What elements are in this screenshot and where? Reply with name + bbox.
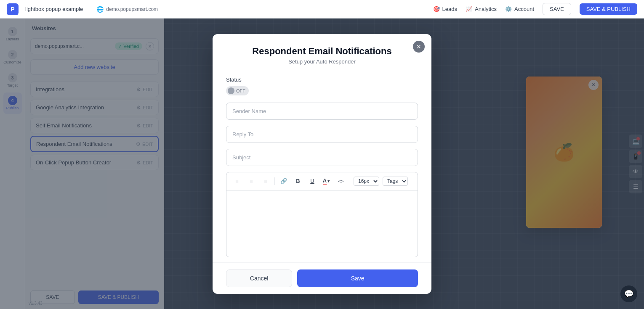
text-color-button[interactable]: A ▼ [321, 176, 332, 187]
save-button[interactable]: SAVE [543, 3, 571, 15]
chat-widget-button[interactable]: 💬 [620, 285, 637, 302]
subject-field [226, 149, 418, 166]
respondent-email-modal: ✕ Respondent Email Notifications Setup y… [213, 34, 431, 294]
link-button[interactable]: 🔗 [278, 176, 289, 187]
color-chevron-icon: ▼ [327, 179, 330, 183]
toolbar-divider-1 [274, 177, 275, 185]
page-url: 🌐 demo.popupsmart.com [96, 6, 158, 13]
text-color-icon: A [323, 177, 327, 185]
sender-name-field [226, 103, 418, 120]
bold-button[interactable]: B [293, 176, 303, 187]
modal-body: Status OFF ≡ ≡ [213, 71, 431, 262]
email-body-editor[interactable] [226, 190, 418, 257]
code-button[interactable]: <> [335, 176, 346, 187]
analytics-nav-link[interactable]: 📈 Analytics [466, 6, 497, 12]
page-title: lightbox popup example [25, 6, 83, 12]
top-nav-right: 🎯 Leads 📈 Analytics ⚙️ Account SAVE SAVE… [433, 3, 637, 15]
account-icon: ⚙️ [505, 6, 512, 12]
cancel-button[interactable]: Cancel [226, 269, 292, 287]
toolbar-divider-2 [350, 177, 350, 185]
align-center-button[interactable]: ≡ [246, 176, 257, 187]
tags-select[interactable]: Tags [383, 177, 408, 186]
modal-title: Respondent Email Notifications [226, 46, 418, 57]
leads-icon: 🎯 [433, 6, 440, 12]
chat-icon: 💬 [624, 289, 633, 298]
modal-close-button[interactable]: ✕ [413, 41, 425, 53]
top-nav: P lightbox popup example 🌐 demo.popupsma… [0, 0, 644, 18]
status-row: Status OFF [226, 77, 418, 96]
status-toggle[interactable]: OFF [226, 86, 249, 95]
toggle-circle [228, 87, 234, 94]
leads-nav-link[interactable]: 🎯 Leads [433, 6, 457, 12]
email-editor: ≡ ≡ ≡ 🔗 B U A ▼ <> 16px 12px [226, 172, 418, 257]
reply-to-field [226, 126, 418, 143]
editor-toolbar: ≡ ≡ ≡ 🔗 B U A ▼ <> 16px 12px [226, 172, 418, 190]
status-label: Status [226, 77, 418, 83]
modal-save-button[interactable]: Save [297, 269, 418, 287]
align-right-button[interactable]: ≡ [260, 176, 271, 187]
analytics-icon: 📈 [466, 6, 472, 12]
reply-to-input[interactable] [226, 126, 418, 143]
modal-header: Respondent Email Notifications Setup you… [213, 34, 431, 71]
font-size-select[interactable]: 16px 12px 14px 18px 24px [354, 177, 379, 186]
toggle-label: OFF [236, 88, 245, 93]
modal-footer: Cancel Save [213, 262, 431, 294]
subject-input[interactable] [226, 149, 418, 166]
modal-overlay: ✕ Respondent Email Notifications Setup y… [0, 18, 644, 309]
align-left-button[interactable]: ≡ [232, 176, 242, 187]
account-nav-link[interactable]: ⚙️ Account [505, 6, 534, 12]
underline-button[interactable]: U [307, 176, 318, 187]
app-logo: P [7, 3, 19, 15]
save-publish-button[interactable]: SAVE & PUBLISH [580, 3, 637, 15]
sender-name-input[interactable] [226, 103, 418, 120]
modal-subtitle: Setup your Auto Responder [226, 58, 418, 65]
globe-icon: 🌐 [96, 6, 104, 13]
